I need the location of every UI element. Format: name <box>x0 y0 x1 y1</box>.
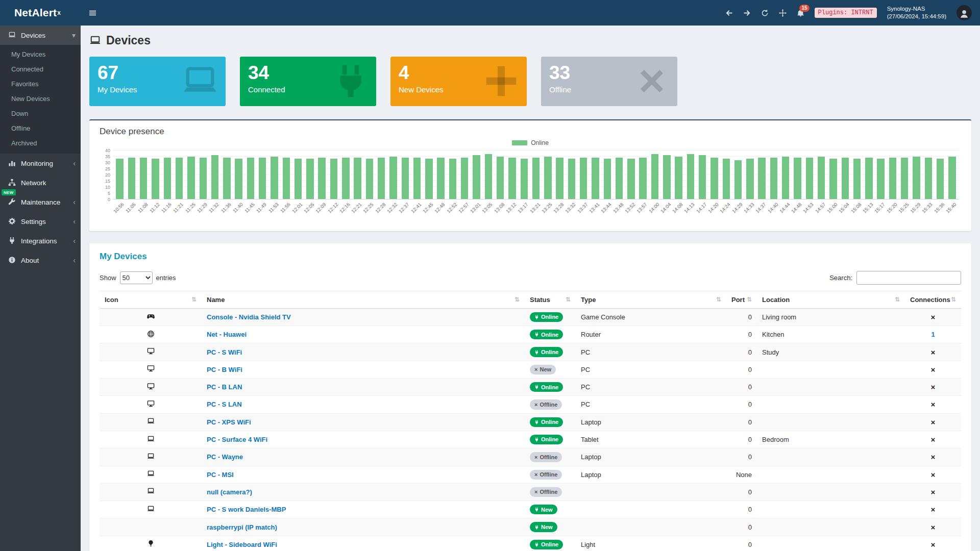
x-tick-label: 10:56 <box>112 202 125 214</box>
device-row[interactable]: PC - Surface 4 WiFiOnlineTablet0Bedroom× <box>100 431 961 448</box>
device-name-link[interactable]: PC - S WiFi <box>207 348 242 356</box>
search-label: Search: <box>829 274 852 282</box>
sidebar-subitem-favorites[interactable]: Favorites <box>0 77 81 91</box>
device-name-link[interactable]: Console - Nvidia Shield TV <box>207 313 291 321</box>
chart-bar-slot: 11:25 <box>185 151 197 199</box>
no-connections-icon: × <box>931 488 936 496</box>
stat-box-new-devices[interactable]: 4 New Devices <box>390 57 527 106</box>
search-input[interactable] <box>856 271 961 285</box>
device-name-link[interactable]: raspberrypi (IP match) <box>207 523 277 531</box>
sidebar-subitem-my-devices[interactable]: My Devices <box>0 47 81 62</box>
device-row[interactable]: PC - S LAN×OfflinePC0× <box>100 396 961 413</box>
device-name-link[interactable]: PC - XPS WiFi <box>207 418 251 426</box>
device-name-link[interactable]: PC - MSI <box>207 471 234 479</box>
x-tick-label: 15:08 <box>850 202 863 214</box>
back-arrow-icon[interactable] <box>725 9 733 17</box>
sidebar-item-maintenance[interactable]: NEW Maintenance ‹ <box>0 192 81 212</box>
device-row[interactable]: PC - XPS WiFiOnlineLaptop0× <box>100 413 961 431</box>
device-name-link[interactable]: PC - S LAN <box>207 400 242 408</box>
device-row[interactable]: PC - B LANOnlinePC0× <box>100 379 961 396</box>
device-row[interactable]: raspberrypi (IP match)New0× <box>100 518 961 536</box>
sidebar-subitem-down[interactable]: Down <box>0 106 81 121</box>
connections-link[interactable]: 1 <box>931 331 935 338</box>
stat-box-connected[interactable]: 34 Connected <box>240 57 376 106</box>
chart-bar-slot: 11:40 <box>233 151 244 199</box>
chart-bar-slot: 12:09 <box>316 151 328 199</box>
presence-chart: 0510152025303540 10:5611:0511:0811:1211:… <box>100 151 959 199</box>
chart-bar <box>901 158 908 199</box>
device-row[interactable]: PC - Wayne×OfflineLaptop0× <box>100 448 961 466</box>
device-name-link[interactable]: PC - Surface 4 WiFi <box>207 436 267 443</box>
sidebar-item-settings[interactable]: Settings ‹ <box>0 212 81 231</box>
page-size-select[interactable]: 50 <box>120 271 153 284</box>
device-port: 0 <box>726 448 757 466</box>
device-name-link[interactable]: Net - Huawei <box>207 331 247 338</box>
chart-bar-slot: 12:48 <box>435 151 447 199</box>
device-name-link[interactable]: PC - Wayne <box>207 453 243 461</box>
sidebar-item-devices[interactable]: Devices ▾ <box>0 26 81 45</box>
chart-bar <box>521 159 528 198</box>
plugins-status-chip[interactable]: Plugins: INTRNT <box>815 8 877 18</box>
column-header-port[interactable]: ⇅Port <box>726 291 757 308</box>
topbar: NetAlertx 15 Plugins: INTRNT Synology-NA… <box>0 0 980 26</box>
app-logo[interactable]: NetAlertx <box>0 0 81 26</box>
sidebar-subitem-connected[interactable]: Connected <box>0 62 81 77</box>
forward-arrow-icon[interactable] <box>743 9 751 17</box>
sidebar-item-monitoring[interactable]: Monitoring ‹ <box>0 154 81 173</box>
sidebar-subitem-offline[interactable]: Offline <box>0 121 81 136</box>
column-header-type[interactable]: ⇅Type <box>576 291 726 308</box>
chart-bar <box>865 158 872 199</box>
sidebar-subitem-new-devices[interactable]: New Devices <box>0 91 81 106</box>
device-row[interactable]: PC - B WiFi×NewPC0× <box>100 361 961 378</box>
device-name-link[interactable]: PC - S work Daniels-MBP <box>207 506 286 513</box>
device-name-link[interactable]: PC - B LAN <box>207 383 242 391</box>
chart-bar-slot: 13:37 <box>578 151 590 199</box>
device-status-cell: Online <box>525 343 576 361</box>
device-location <box>757 361 905 378</box>
device-status-cell: Online <box>525 379 576 396</box>
chart-bar <box>413 158 421 199</box>
device-row[interactable]: Light - Sideboard WiFiOnlineLight0× <box>100 536 961 551</box>
sidebar-subitem-archived[interactable]: Archived <box>0 136 81 151</box>
chart-bar-slot: 15:20 <box>887 151 898 199</box>
notifications-bell[interactable]: 15 <box>797 9 804 17</box>
avatar[interactable] <box>957 5 972 20</box>
chart-bar <box>913 157 920 199</box>
device-name-link[interactable]: PC - B WiFi <box>207 366 242 373</box>
stat-box-my-devices[interactable]: 67 My Devices <box>89 57 226 106</box>
column-header-name[interactable]: ⇅Name <box>202 291 525 308</box>
device-row[interactable]: null (camera?)×Offline0× <box>100 483 961 500</box>
x-tick-label: 13:48 <box>612 202 625 214</box>
column-header-status[interactable]: ⇅Status <box>525 291 576 308</box>
device-location <box>757 483 905 500</box>
column-header-icon[interactable]: ⇅Icon <box>100 291 202 308</box>
plug-icon <box>534 542 539 547</box>
sidebar-item-integrations[interactable]: Integrations ‹ <box>0 231 81 251</box>
stat-box-offline[interactable]: 33 Offline <box>541 57 677 106</box>
device-row[interactable]: PC - S WiFiOnlinePC0Study× <box>100 343 961 361</box>
x-tick-label: 14:00 <box>648 202 660 214</box>
device-name-link[interactable]: null (camera?) <box>207 488 252 496</box>
device-row[interactable]: PC - S work Daniels-MBPNew0× <box>100 501 961 518</box>
sidebar-toggle-button[interactable] <box>81 0 104 26</box>
laptop-icon <box>89 35 101 46</box>
x-tick-label: 11:21 <box>172 202 184 214</box>
refresh-icon[interactable] <box>761 9 769 17</box>
sidebar-item-about[interactable]: About ‹ <box>0 251 81 270</box>
device-row[interactable]: Console - Nvidia Shield TVOnlineGame Con… <box>100 308 961 325</box>
devices-submenu: My DevicesConnectedFavoritesNew DevicesD… <box>0 45 81 154</box>
chevron-left-icon: ‹ <box>73 237 76 244</box>
column-header-location[interactable]: ⇅Location <box>757 291 905 308</box>
device-status-cell: Online <box>525 431 576 448</box>
device-name-link[interactable]: Light - Sideboard WiFi <box>207 541 277 548</box>
device-row[interactable]: Net - HuaweiOnlineRouter0Kitchen1 <box>100 326 961 343</box>
move-icon[interactable] <box>779 9 787 17</box>
chart-bar-slot: 14:24 <box>720 151 732 199</box>
notification-count-badge: 15 <box>799 5 809 12</box>
chart-bar <box>604 159 611 198</box>
status-badge: New <box>530 505 557 514</box>
device-row[interactable]: PC - MSI×OfflineLaptopNone× <box>100 466 961 483</box>
chart-bar-slot: 15:04 <box>839 151 851 199</box>
column-header-connections[interactable]: ⇅Connections <box>905 291 961 308</box>
x-tick-label: 13:08 <box>493 202 506 214</box>
